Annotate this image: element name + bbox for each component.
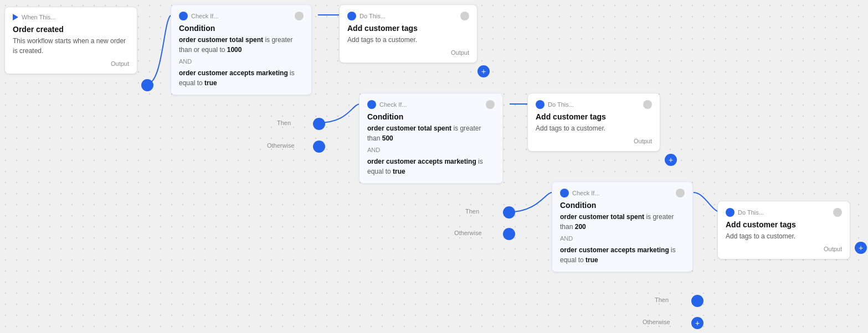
do3-action-subtitle: Add tags to a customer. [726,231,842,241]
do1-header-gray-dot [460,12,469,20]
do3-output-label: Output [726,246,842,252]
trigger-header-label: When This... [22,14,56,20]
check3-condition1: order customer total spent is greater th… [560,212,685,232]
play-icon [13,14,18,20]
check3-otherwise-label: Otherwise [643,319,670,325]
check2-condition-title: Condition [367,112,495,121]
check1-header-dot [179,12,188,20]
trigger-header: When This... [13,14,129,20]
check1-and: AND [179,58,304,65]
do2-header: Do This... [536,100,652,109]
check3-and: AND [560,235,685,242]
do3-header-gray-dot [833,208,842,217]
do1-header-dot [347,12,356,20]
check1-condition1: order customer total spent is greater th… [179,35,304,55]
do3-output-plus-dot[interactable]: + [855,242,867,254]
check1-header: Check If... [179,12,304,20]
do2-output-plus-dot[interactable]: + [665,154,677,166]
check2-header-label: Check If... [379,101,407,108]
check3-then-label: Then [655,296,669,303]
check1-then-label: Then [277,119,291,126]
do1-action-subtitle: Add tags to a customer. [347,35,469,45]
check2-otherwise-label: Otherwise [454,230,482,236]
do1-header-label: Do This... [359,13,386,19]
check1-condition2: order customer accepts marketing is equa… [179,68,304,88]
trigger-output-label: Output [13,60,129,67]
trigger-output-dot[interactable] [141,79,153,91]
check1-node: Check If... Condition order customer tot… [171,4,312,95]
do3-header-label: Do This... [738,209,764,216]
check3-node: Check If... Condition order customer tot… [552,181,693,272]
check1-condition-title: Condition [179,24,304,33]
check2-header-gray-dot [486,100,495,109]
check2-otherwise-dot[interactable] [503,228,515,240]
trigger-node: When This... Order created This workflow… [4,7,137,74]
check3-header-dot [560,189,569,197]
check3-condition2: order customer accepts marketing is equa… [560,245,685,265]
check3-header-label: Check If... [572,190,600,196]
check3-otherwise-plus-dot[interactable]: + [691,317,703,329]
do1-action-title: Add customer tags [347,24,469,33]
check2-header-dot [367,100,376,109]
do3-action-title: Add customer tags [726,220,842,229]
check2-then-dot[interactable] [503,206,515,218]
do2-header-dot [536,100,545,109]
check3-condition-title: Condition [560,201,685,210]
check2-node: Check If... Condition order customer tot… [359,93,503,184]
check1-header-gray-dot [295,12,304,20]
check1-header-label: Check If... [191,13,219,19]
do2-output-label: Output [536,138,652,144]
check1-then-dot[interactable] [313,118,325,130]
do3-header-dot [726,208,735,217]
check2-header: Check If... [367,100,495,109]
trigger-subtitle: This workflow starts when a new order is… [13,36,129,56]
do1-output-plus-dot[interactable]: + [477,65,490,77]
do3-node: Do This... Add customer tags Add tags to… [717,201,850,259]
check3-header: Check If... [560,189,685,197]
check3-then-dot[interactable] [691,295,703,307]
do2-action-subtitle: Add tags to a customer. [536,123,652,133]
do1-header: Do This... [347,12,469,20]
check1-otherwise-label: Otherwise [267,142,295,149]
do1-output-label: Output [347,49,469,56]
check2-condition2: order customer accepts marketing is equa… [367,157,495,176]
do2-header-label: Do This... [548,101,574,108]
do2-node: Do This... Add customer tags Add tags to… [527,93,660,152]
check2-then-label: Then [465,208,479,215]
do2-action-title: Add customer tags [536,112,652,121]
check1-otherwise-dot[interactable] [313,141,325,153]
check3-header-gray-dot [676,189,685,197]
check2-condition1: order customer total spent is greater th… [367,123,495,143]
do1-node: Do This... Add customer tags Add tags to… [339,4,477,63]
do3-header: Do This... [726,208,842,217]
trigger-title: Order created [13,25,129,34]
do2-header-gray-dot [643,100,652,109]
check2-and: AND [367,147,495,153]
